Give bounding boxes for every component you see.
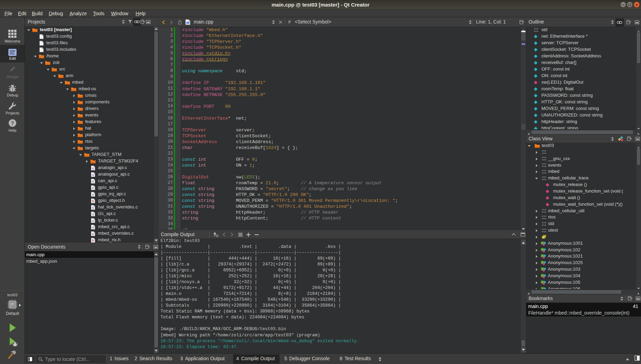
svg-text:c: c <box>92 180 94 183</box>
svg-text:c: c <box>92 213 94 216</box>
svg-text:c: c <box>92 206 94 209</box>
svg-text:c: c <box>92 219 94 223</box>
svg-text:c: c <box>92 193 94 196</box>
svg-text:c: c <box>92 167 94 170</box>
svg-text:h: h <box>92 239 94 242</box>
svg-text:?: ? <box>11 120 14 126</box>
svg-text:C++: C++ <box>186 22 190 24</box>
svg-text:h: h <box>92 199 94 203</box>
svg-text:c: c <box>92 232 94 236</box>
svg-text:c: c <box>92 226 94 229</box>
svg-text:c: c <box>92 173 94 177</box>
svg-text:c: c <box>92 186 94 190</box>
